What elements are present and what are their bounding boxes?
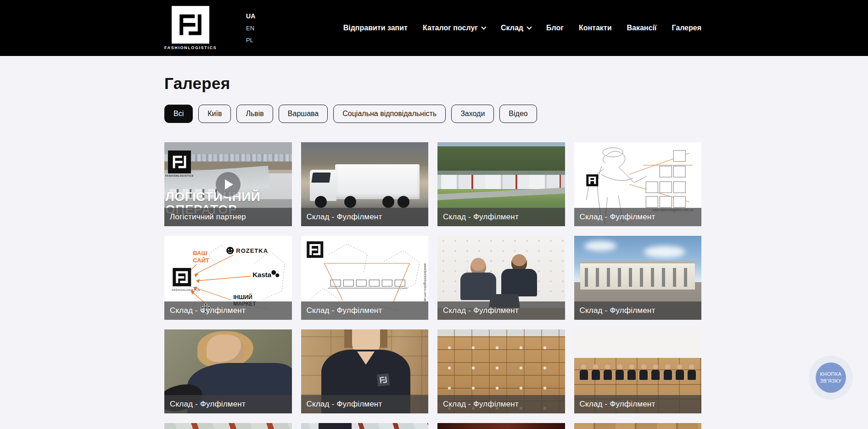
contact-widget-label-line1: КНОПКА — [820, 371, 842, 378]
art-layer — [470, 258, 496, 300]
tile-caption: Склад - Фулфілмент — [164, 395, 292, 413]
nav-label: Блог — [546, 24, 564, 32]
lang-pl[interactable]: PL — [246, 37, 255, 44]
gallery-item-office[interactable]: Склад - Фулфілмент — [437, 236, 565, 320]
art-layer — [585, 268, 690, 287]
art-layer — [603, 364, 612, 380]
filter-video[interactable]: Відео — [499, 105, 537, 123]
gallery-item-aerial[interactable]: Склад - Фулфілмент — [437, 142, 565, 226]
filter-kyiv[interactable]: Київ — [198, 105, 231, 123]
tile-caption: Склад - Фулфілмент — [437, 208, 565, 226]
tile-caption: Склад - Фулфілмент — [301, 395, 429, 413]
gallery-item-worker-drawing[interactable]: www.fashionlogistics.com.ua Склад - Фулф… — [574, 142, 702, 226]
nav-label: Склад — [501, 24, 523, 32]
nav-send-request[interactable]: Відправити запит — [343, 24, 408, 32]
art-layer — [344, 196, 356, 208]
gallery-item-partial-4[interactable] — [574, 423, 702, 429]
tile-caption: Склад - Фулфілмент — [574, 395, 702, 413]
your-site-line1: ВАШ — [193, 250, 207, 256]
filter-events[interactable]: Заходи — [451, 105, 494, 123]
kasta-label: Kasta — [252, 271, 272, 279]
scheme-brand-text: FASHIONLOGISTICS — [172, 289, 200, 291]
art-layer — [644, 246, 685, 258]
art-layer — [579, 364, 588, 380]
caption-text: Склад - Фулфілмент — [307, 306, 382, 315]
nav-services-catalog[interactable]: Каталог послуг — [423, 24, 486, 32]
contact-widget-inner: КНОПКА ЗВ'ЯЗКУ — [816, 362, 846, 393]
gallery-item-video[interactable]: FASHIONLOGISTICS ЛОГІСТИЧНИЙ ОПЕРАТОР Ло… — [164, 142, 292, 226]
caption-text: Склад - Фулфілмент — [307, 400, 382, 409]
caption-text: Склад - Фулфілмент — [580, 306, 655, 315]
gallery-item-partial-2[interactable] — [301, 423, 429, 429]
art-layer — [579, 343, 696, 380]
art-layer — [398, 196, 409, 208]
art-layer — [501, 269, 537, 296]
gallery-item-team[interactable]: Склад - Фулфілмент — [574, 329, 702, 413]
art-layer — [207, 334, 245, 367]
caption-text: Склад - Фулфілмент — [443, 400, 519, 409]
gallery-item-conveyor-drawing[interactable]: www.fashionlogistics.com.ua Склад - Фулф… — [301, 236, 429, 320]
gallery-thumbnail — [164, 423, 292, 429]
gallery-item-truck[interactable]: Склад - Фулфілмент — [301, 142, 429, 226]
lang-en[interactable]: EN — [246, 25, 255, 32]
gallery-thumbnail — [301, 423, 429, 429]
nav-label: Відправити запит — [343, 24, 408, 32]
filter-warsaw[interactable]: Варшава — [279, 105, 328, 123]
caption-text: Склад - Фулфілмент — [443, 212, 519, 222]
your-site-line2: САЙТ — [193, 257, 209, 264]
tile-caption: Склад - Фулфілмент — [301, 208, 429, 226]
gallery-thumbnail — [437, 423, 565, 429]
gallery-item-scheme[interactable]: ВАШ САЙТ ROZETKA Kasta ІНШИЙ МАРКЕТ — [164, 236, 292, 320]
gallery-item-worker-woman[interactable]: Склад - Фулфілмент — [164, 329, 292, 413]
nav-vacancies[interactable]: Вакансії — [627, 24, 657, 32]
lang-ua[interactable]: UA — [246, 12, 255, 20]
chevron-down-icon — [526, 24, 532, 29]
contact-widget-button[interactable]: КНОПКА ЗВ'ЯЗКУ — [809, 356, 853, 400]
gallery-item-polo-woman[interactable]: Склад - Фулфілмент — [301, 329, 429, 413]
art-layer — [335, 164, 419, 200]
nav-contacts[interactable]: Контакти — [579, 24, 612, 32]
art-layer — [584, 241, 616, 251]
art-layer — [687, 364, 696, 380]
gallery-filters: Всі Київ Львів Варшава Соціальна відпові… — [164, 105, 701, 123]
play-icon — [225, 179, 233, 189]
caption-text: Склад - Фулфілмент — [580, 400, 655, 409]
art-layer — [639, 364, 648, 380]
filter-social-responsibility[interactable]: Соціальна відповідальність — [333, 105, 446, 123]
main-nav: Відправити запит Каталог послуг Склад Бл… — [343, 24, 701, 32]
gallery-grid: FASHIONLOGISTICS ЛОГІСТИЧНИЙ ОПЕРАТОР Ло… — [164, 142, 701, 429]
art-layer — [591, 364, 600, 380]
filter-lviv[interactable]: Львів — [236, 105, 273, 123]
art-layer — [615, 364, 624, 380]
main-content: Галерея Всі Київ Львів Варшава Соціальна… — [164, 74, 701, 429]
nav-warehouse[interactable]: Склад — [501, 24, 531, 32]
nav-label: Вакансії — [627, 24, 657, 32]
gallery-page: { "header": { "brand": "FASHIONLOGISTICS… — [0, 0, 868, 429]
video-title-line1: ЛОГІСТИЧНИЙ — [165, 190, 260, 203]
gallery-item-partial-3[interactable] — [437, 423, 565, 429]
gallery-thumbnail — [574, 423, 702, 429]
caption-text: Склад - Фулфілмент — [580, 212, 655, 222]
gallery-item-building[interactable]: Склад - Фулфілмент — [574, 236, 702, 320]
nav-label: Галерея — [672, 24, 701, 32]
tile-caption: Склад - Фулфілмент — [574, 208, 702, 226]
nav-gallery[interactable]: Галерея — [672, 24, 701, 32]
tile-caption: Склад - Фулфілмент — [301, 301, 429, 320]
play-button[interactable] — [216, 172, 241, 197]
gallery-item-partial-1[interactable] — [164, 423, 292, 429]
art-layer — [312, 173, 331, 183]
filter-all[interactable]: Всі — [164, 105, 193, 123]
art-layer — [441, 175, 561, 189]
art-layer — [319, 423, 352, 429]
tile-caption: Склад - Фулфілмент — [437, 301, 565, 320]
art-layer — [627, 364, 636, 380]
gallery-item-boxes[interactable]: Склад - Фулфілмент — [437, 329, 565, 413]
nav-label: Каталог послуг — [423, 24, 478, 32]
nav-blog[interactable]: Блог — [546, 24, 564, 32]
art-layer — [511, 254, 537, 296]
contact-widget-label-line2: ЗВ'ЯЗКУ — [820, 378, 842, 384]
art-layer — [663, 364, 672, 380]
art-layer — [315, 196, 327, 208]
site-logo[interactable]: FASHIONLOGISTICS — [164, 6, 217, 50]
site-header: FASHIONLOGISTICS UA EN PL Відправити зап… — [0, 0, 868, 56]
